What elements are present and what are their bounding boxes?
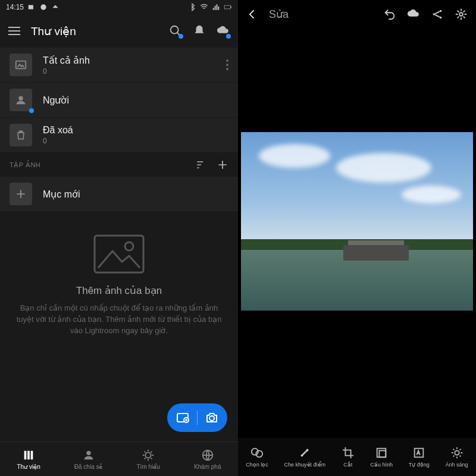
more-button[interactable] bbox=[226, 60, 228, 70]
cloud-badge-icon bbox=[226, 34, 231, 39]
svg-rect-0 bbox=[29, 5, 33, 10]
trash-icon bbox=[10, 124, 32, 146]
search-badge-icon bbox=[178, 34, 183, 39]
tool-label: Cắt bbox=[343, 462, 352, 468]
battery-icon bbox=[224, 3, 232, 11]
row-text: Đã xoá 0 bbox=[43, 125, 228, 145]
back-button[interactable] bbox=[246, 8, 258, 20]
row-title: Người bbox=[43, 95, 228, 106]
notifications-button[interactable] bbox=[193, 24, 206, 37]
row-text: Người bbox=[43, 95, 228, 106]
svg-point-6 bbox=[18, 96, 23, 101]
row-count: 0 bbox=[43, 137, 228, 145]
camera-icon[interactable] bbox=[205, 411, 219, 425]
nav-discover[interactable]: Khám phá bbox=[194, 449, 221, 470]
status-time-group: 14:15 bbox=[6, 3, 60, 11]
wifi-icon bbox=[200, 3, 208, 11]
status-icon bbox=[51, 3, 60, 11]
row-count: 0 bbox=[43, 67, 215, 76]
page-title: Thư viện bbox=[31, 24, 158, 38]
add-image-icon bbox=[176, 411, 190, 425]
search-button[interactable] bbox=[169, 24, 182, 37]
add-photos-fab[interactable] bbox=[167, 403, 227, 432]
bottom-nav: Thư viện Đã chia sẻ Tìm hiểu Khám phá bbox=[0, 441, 238, 476]
photo-icon bbox=[10, 54, 32, 76]
svg-rect-2 bbox=[224, 5, 231, 9]
svg-point-21 bbox=[301, 455, 303, 457]
app-header: Thư viện bbox=[0, 14, 238, 48]
tool-light[interactable]: Ánh sáng bbox=[446, 446, 468, 468]
tool-label: Che khuyết điểm bbox=[284, 462, 326, 468]
nav-label: Đã chia sẻ bbox=[74, 464, 103, 470]
tool-label: Tự động bbox=[409, 462, 430, 468]
svg-rect-23 bbox=[377, 449, 386, 458]
library-row-deleted[interactable]: Đã xoá 0 bbox=[0, 118, 238, 152]
people-icon bbox=[10, 89, 32, 111]
svg-rect-7 bbox=[95, 236, 143, 273]
nav-label: Tìm hiểu bbox=[137, 464, 160, 470]
settings-button[interactable] bbox=[455, 8, 468, 21]
fab-divider bbox=[197, 411, 198, 425]
library-screen: 14:15 Thư viện Tất c bbox=[0, 0, 238, 476]
tool-label: Chọn lọc bbox=[246, 462, 268, 468]
svg-point-17 bbox=[440, 17, 442, 19]
empty-body: Bạn chỉ cần một cú nhấp chuột để tạo ra … bbox=[14, 303, 224, 337]
row-text: Mục mới bbox=[43, 189, 228, 200]
svg-point-4 bbox=[171, 26, 178, 34]
menu-button[interactable] bbox=[8, 27, 20, 35]
empty-image-icon bbox=[92, 233, 146, 275]
editor-toolbar: Chọn lọc Che khuyết điểm Cắt Cấu hình Tự… bbox=[238, 438, 476, 476]
add-album-button[interactable] bbox=[217, 159, 228, 171]
section-label: TẬP ẢNH bbox=[10, 161, 40, 169]
cloud-sync-button[interactable] bbox=[217, 24, 230, 37]
cloud-icon[interactable] bbox=[407, 8, 420, 21]
svg-point-16 bbox=[440, 10, 442, 12]
nav-library[interactable]: Thư viện bbox=[17, 449, 40, 470]
svg-point-13 bbox=[146, 452, 151, 458]
status-icon bbox=[39, 3, 48, 11]
row-title: Mục mới bbox=[43, 189, 228, 200]
library-row-all-photos[interactable]: Tất cả ảnh 0 bbox=[0, 48, 238, 82]
svg-point-26 bbox=[455, 450, 459, 455]
undo-button[interactable] bbox=[383, 8, 396, 21]
status-bar: 14:15 bbox=[0, 0, 238, 14]
editor-top-bar: Sửa bbox=[238, 0, 476, 29]
badge-icon bbox=[29, 108, 34, 113]
svg-point-8 bbox=[125, 242, 133, 250]
svg-point-22 bbox=[306, 449, 309, 452]
bluetooth-icon bbox=[188, 3, 196, 11]
nav-learn[interactable]: Tìm hiểu bbox=[137, 449, 160, 470]
svg-rect-3 bbox=[231, 7, 231, 8]
tool-auto[interactable]: Tự động bbox=[409, 446, 430, 468]
status-icon bbox=[27, 3, 36, 11]
status-right-icons bbox=[188, 3, 232, 11]
svg-point-15 bbox=[433, 13, 436, 15]
new-album-row[interactable]: Mục mới bbox=[0, 177, 238, 211]
albums-section-header: TẬP ẢNH bbox=[0, 153, 238, 177]
tool-presets[interactable]: Chọn lọc bbox=[246, 446, 268, 468]
share-button[interactable] bbox=[431, 8, 444, 21]
svg-point-1 bbox=[40, 4, 46, 10]
sort-button[interactable] bbox=[195, 159, 207, 171]
editor-title: Sửa bbox=[269, 8, 372, 21]
plus-icon bbox=[10, 183, 32, 205]
signal-icon bbox=[212, 3, 220, 11]
tool-profiles[interactable]: Cấu hình bbox=[371, 446, 393, 468]
svg-rect-24 bbox=[380, 450, 386, 457]
tool-healing[interactable]: Che khuyết điểm bbox=[284, 446, 326, 468]
tool-label: Ánh sáng bbox=[446, 462, 468, 468]
nav-label: Khám phá bbox=[194, 464, 221, 470]
empty-title: Thêm ảnh của bạn bbox=[76, 284, 162, 297]
svg-point-18 bbox=[459, 12, 463, 16]
editor-screen: Sửa Chọn lọc Che khuyết điểm Cắt bbox=[238, 0, 476, 476]
tool-label: Cấu hình bbox=[371, 462, 393, 468]
nav-shared[interactable]: Đã chia sẻ bbox=[74, 449, 103, 470]
row-title: Tất cả ảnh bbox=[43, 55, 215, 66]
photo-viewport[interactable] bbox=[238, 29, 476, 438]
library-row-people[interactable]: Người bbox=[0, 83, 238, 117]
nav-label: Thư viện bbox=[17, 464, 40, 470]
photo-preview bbox=[241, 132, 473, 311]
status-time: 14:15 bbox=[6, 3, 24, 11]
tool-crop[interactable]: Cắt bbox=[342, 446, 355, 468]
row-title: Đã xoá bbox=[43, 125, 228, 136]
